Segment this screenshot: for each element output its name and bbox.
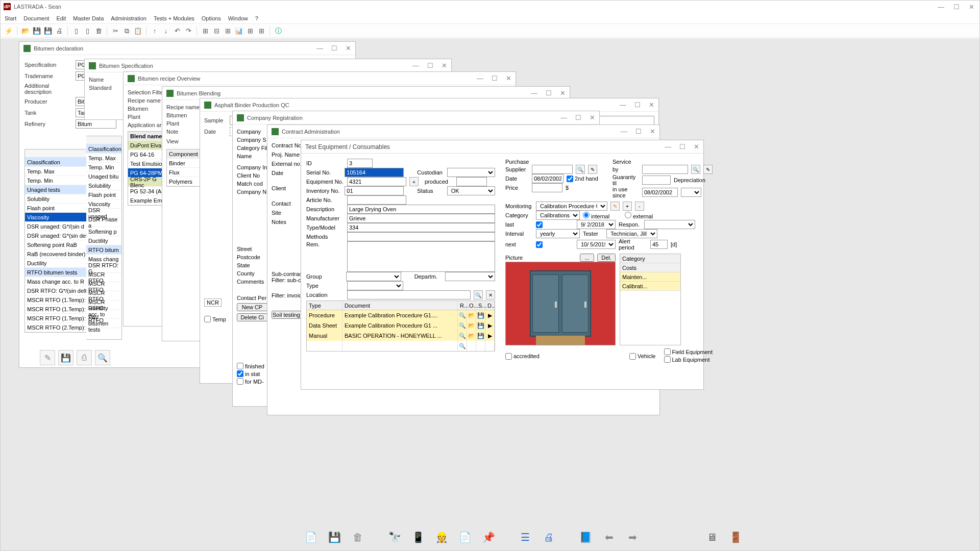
departm-select[interactable] bbox=[445, 272, 495, 281]
win-tool3-icon[interactable]: ⎙ bbox=[77, 350, 92, 365]
id-input[interactable] bbox=[347, 159, 373, 168]
2nd-checkbox[interactable] bbox=[567, 176, 573, 182]
temp-checkbox[interactable] bbox=[204, 316, 211, 322]
supplier-edit-icon[interactable]: ✎ bbox=[588, 165, 597, 174]
minimize-icon[interactable]: — bbox=[621, 128, 627, 135]
refinery-input[interactable] bbox=[76, 119, 116, 129]
minimize-icon[interactable]: — bbox=[560, 114, 567, 121]
tool-print-icon[interactable]: 🖨 bbox=[54, 26, 64, 36]
doc-save-icon[interactable]: 💾 bbox=[476, 331, 485, 341]
location-search-icon[interactable]: 🔍 bbox=[474, 290, 483, 299]
tool-g5-icon[interactable]: ⊞ bbox=[245, 26, 255, 36]
doc-row[interactable]: Data SheetExample Calibration Procedure … bbox=[307, 320, 495, 331]
status-select[interactable]: OK bbox=[447, 186, 495, 195]
tool-save2-icon[interactable]: 💾 bbox=[43, 26, 53, 36]
category-select[interactable]: Calibrations bbox=[536, 211, 580, 220]
minimize-icon[interactable]: — bbox=[531, 89, 537, 97]
test-row[interactable]: Softening p bbox=[86, 227, 121, 236]
finished-checkbox[interactable] bbox=[237, 363, 243, 369]
bot-print-icon[interactable]: 🖨 bbox=[540, 528, 558, 546]
test-row[interactable]: Ductility bbox=[86, 236, 121, 245]
soil-testing-button[interactable]: Soil testing bbox=[272, 311, 301, 319]
bot-list-icon[interactable]: ☰ bbox=[516, 528, 534, 546]
bot-save-icon[interactable]: 💾 bbox=[325, 528, 344, 546]
doc-col-d[interactable]: D.. bbox=[485, 301, 495, 310]
tool-open-icon[interactable]: 📂 bbox=[20, 26, 31, 36]
tool-delete-icon[interactable]: 🗑 bbox=[93, 26, 104, 36]
equip-input[interactable] bbox=[347, 177, 406, 186]
doc-row[interactable]: ProcedureExample Calibration Procedure G… bbox=[307, 310, 495, 320]
side-tab-mainten[interactable]: Mainten... bbox=[620, 272, 680, 282]
edit-icon[interactable]: ✎ bbox=[610, 202, 620, 211]
group-select[interactable] bbox=[346, 272, 401, 281]
menu-administration[interactable]: Administration bbox=[111, 15, 146, 21]
dep-select[interactable] bbox=[681, 188, 701, 197]
menu-master-data[interactable]: Master Data bbox=[73, 15, 104, 21]
fieldeq-checkbox[interactable] bbox=[664, 348, 671, 355]
maximize-icon[interactable]: ☐ bbox=[546, 89, 552, 97]
close-icon[interactable]: ✕ bbox=[506, 74, 511, 82]
test-row[interactable]: Unaged bitu bbox=[86, 172, 121, 181]
tool-g1-icon[interactable]: ⊞ bbox=[200, 26, 210, 36]
bot-search-icon[interactable]: 🔭 bbox=[385, 528, 404, 546]
inuse-input[interactable] bbox=[642, 188, 678, 197]
tool-phone-icon[interactable]: ▯ bbox=[71, 26, 81, 36]
location-input[interactable] bbox=[347, 290, 471, 299]
bot-user-icon[interactable]: 👷 bbox=[432, 528, 451, 546]
menu-start[interactable]: Start bbox=[5, 15, 16, 21]
win-tool2-icon[interactable]: 💾 bbox=[58, 350, 74, 365]
tool-g2-icon[interactable]: ⊟ bbox=[211, 26, 222, 36]
test-row[interactable]: DSR Phase a bbox=[86, 218, 121, 227]
tool-save-icon[interactable]: 💾 bbox=[32, 26, 42, 36]
side-tab-calib[interactable]: Calibrati... bbox=[620, 282, 680, 291]
close-icon[interactable]: ✕ bbox=[442, 62, 447, 69]
win-tool4-icon[interactable]: 🔍 bbox=[95, 350, 110, 365]
instat-checkbox[interactable] bbox=[237, 370, 243, 377]
next-checkbox[interactable] bbox=[536, 241, 543, 248]
win-tool1-icon[interactable]: ✎ bbox=[40, 350, 55, 365]
tool-g3-icon[interactable]: ⊞ bbox=[223, 26, 233, 36]
test-row[interactable]: Flash point bbox=[86, 190, 121, 199]
bot-exit-icon[interactable]: 🚪 bbox=[726, 528, 745, 546]
bot-delete-icon[interactable]: 🗑 bbox=[349, 528, 367, 546]
external-radio[interactable] bbox=[625, 212, 631, 218]
manu-input[interactable] bbox=[347, 214, 495, 223]
by-input[interactable] bbox=[642, 165, 688, 174]
side-tab-category[interactable]: Category bbox=[620, 254, 680, 263]
doc-save-icon[interactable]: 💾 bbox=[476, 320, 485, 331]
doc-col-r[interactable]: R... bbox=[458, 301, 467, 310]
doc-col-o[interactable]: O... bbox=[467, 301, 476, 310]
minimize-icon[interactable]: — bbox=[620, 101, 626, 109]
close-icon[interactable]: ✕ bbox=[346, 44, 351, 52]
type-select[interactable] bbox=[347, 281, 403, 290]
minimize-icon[interactable]: — bbox=[665, 143, 671, 151]
custodian-select[interactable] bbox=[447, 168, 495, 177]
methods-input[interactable] bbox=[347, 232, 495, 241]
test-row[interactable]: RTFO bitum bbox=[86, 245, 121, 255]
doc-col-document[interactable]: Document bbox=[342, 301, 458, 310]
tester-select[interactable]: Technician, Jill bbox=[606, 229, 657, 238]
serial-input[interactable] bbox=[345, 168, 404, 177]
doc-search-icon[interactable]: 🔍 bbox=[458, 341, 467, 351]
maximize-icon[interactable]: ☐ bbox=[492, 74, 498, 82]
picture-browse-button[interactable]: ... bbox=[580, 254, 594, 262]
close-icon[interactable]: ✕ bbox=[650, 128, 655, 135]
menu-window[interactable]: Window bbox=[228, 15, 248, 21]
doc-open-icon[interactable]: 📂 bbox=[467, 331, 476, 341]
menu-help[interactable]: ? bbox=[255, 15, 258, 21]
accredited-checkbox[interactable] bbox=[505, 353, 512, 360]
maximize-icon[interactable]: ☐ bbox=[331, 44, 337, 52]
next-date-select[interactable]: 10/ 5/2019 bbox=[577, 240, 616, 249]
menu-edit[interactable]: Edit bbox=[56, 15, 66, 21]
last-checkbox[interactable] bbox=[536, 221, 543, 228]
doc-row[interactable]: ManualBASIC OPERATION - HONEYWELL ...🔍📂💾… bbox=[307, 331, 495, 341]
bot-new-icon[interactable]: 📄 bbox=[302, 528, 320, 546]
vehicle-checkbox[interactable] bbox=[629, 353, 636, 360]
tool-cut-icon[interactable]: ✂ bbox=[110, 26, 120, 36]
bot-doc-icon[interactable]: 📄 bbox=[456, 528, 474, 546]
tool-chart-icon[interactable]: 📊 bbox=[234, 26, 244, 36]
supplier-input[interactable] bbox=[532, 165, 573, 174]
doc-go-icon[interactable]: ▶ bbox=[485, 310, 495, 320]
close-icon[interactable]: ✕ bbox=[969, 3, 974, 11]
doc-search-icon[interactable]: 🔍 bbox=[458, 310, 467, 320]
